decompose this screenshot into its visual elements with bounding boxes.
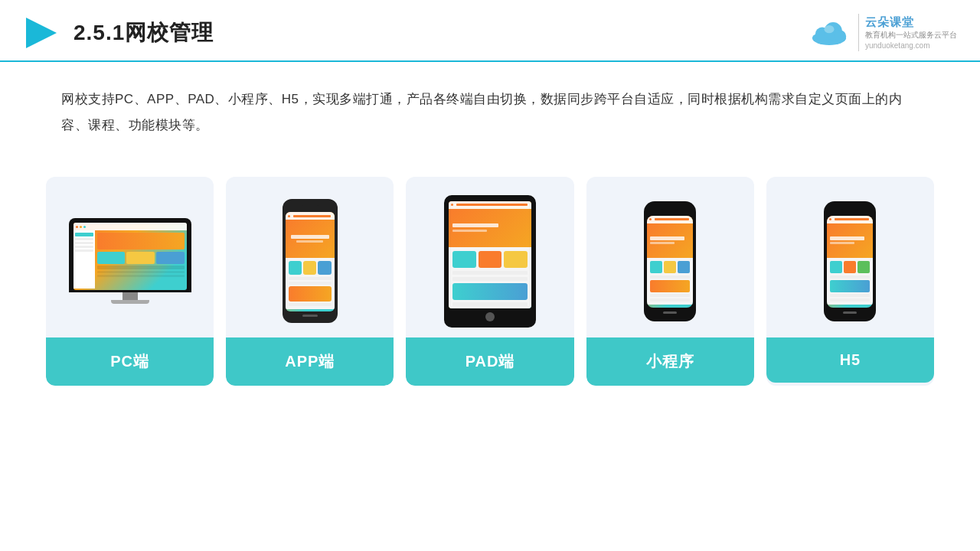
play-icon [23, 15, 60, 51]
app-image-area [226, 177, 394, 337]
pad-card: PAD端 [406, 177, 573, 386]
miniprogram-phone-mockup [644, 201, 696, 321]
svg-point-4 [835, 30, 847, 42]
pc-image-area [46, 177, 214, 337]
logo: 云朵课堂 教育机构一站式服务云平台 yunduoketang.com [809, 14, 957, 51]
header: 2.5.1网校管理 云朵课堂 教育机构一站式服务云平台 yunduoketang… [0, 0, 980, 62]
svg-marker-0 [26, 18, 57, 48]
h5-phone-mockup [824, 201, 876, 321]
app-phone-mockup [283, 199, 338, 323]
page-title: 2.5.1网校管理 [74, 18, 214, 47]
pad-image-area [406, 177, 573, 337]
description: 网校支持PC、APP、PAD、小程序、H5，实现多端打通，产品各终端自由切换，数… [0, 62, 980, 154]
app-label: APP端 [226, 337, 394, 386]
h5-card: H5 [766, 177, 934, 386]
h5-label: H5 [766, 337, 934, 383]
pc-card: PC端 [46, 177, 214, 386]
cards-container: PC端 [0, 161, 980, 409]
h5-image-area [766, 177, 934, 337]
pc-label: PC端 [46, 337, 214, 386]
miniprogram-image-area [586, 177, 754, 337]
pc-mockup [69, 218, 191, 304]
description-text: 网校支持PC、APP、PAD、小程序、H5，实现多端打通，产品各终端自由切换，数… [61, 92, 902, 132]
miniprogram-card: 小程序 [586, 177, 754, 386]
pad-tablet-mockup [444, 195, 536, 328]
miniprogram-label: 小程序 [586, 337, 754, 386]
svg-point-5 [825, 24, 835, 32]
logo-text: 云朵课堂 教育机构一站式服务云平台 yunduoketang.com [858, 14, 957, 51]
header-left: 2.5.1网校管理 [23, 15, 214, 51]
cloud-icon [809, 18, 849, 47]
pad-label: PAD端 [406, 337, 573, 386]
app-card: APP端 [226, 177, 394, 386]
